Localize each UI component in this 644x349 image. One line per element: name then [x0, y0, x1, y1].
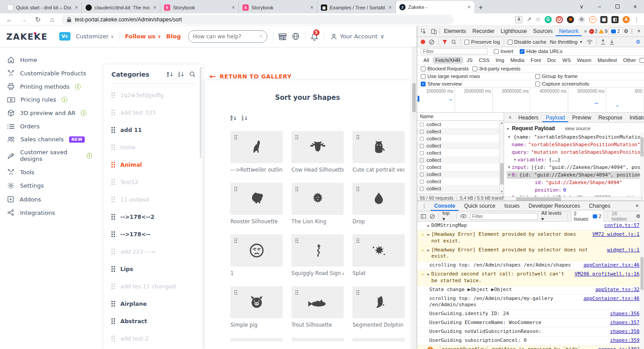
invert-checkbox[interactable]: Invert	[494, 49, 513, 54]
sidebar-item-sales-channels[interactable]: Sales channels NEW	[0, 133, 99, 146]
devtools-tab[interactable]: Recorder	[469, 26, 497, 36]
browser-tab[interactable]: Examples / Tree / Sortable - Colla ×	[317, 2, 396, 13]
request-type-chip[interactable]: Font	[528, 57, 544, 64]
drag-handle-icon[interactable]	[357, 290, 360, 296]
drag-handle-icon[interactable]	[234, 290, 238, 296]
device-toolbar-icon[interactable]	[429, 29, 439, 34]
source-link[interactable]: appContainer.tsx:46	[583, 262, 640, 268]
drag-handle-icon[interactable]	[111, 266, 115, 272]
source-link[interactable]: shapes:359	[610, 337, 640, 343]
console-message[interactable]: ▶ DOMStringMap config.ts:57	[417, 222, 644, 230]
bug-extension-icon[interactable]: ✱	[567, 16, 574, 23]
shape-card[interactable]: Simple pig	[230, 286, 283, 328]
request-type-chip[interactable]: Wasm	[574, 57, 594, 64]
network-request-row[interactable]: collect	[417, 171, 504, 178]
devtools-tab[interactable]: Network	[556, 26, 582, 36]
shape-card[interactable]: 1	[230, 234, 283, 276]
source-link[interactable]: popper.js:1392	[598, 346, 640, 349]
tab-close-icon[interactable]: ×	[309, 4, 314, 11]
record-icon[interactable]	[421, 40, 425, 44]
drag-handle-icon[interactable]	[111, 231, 115, 237]
window-menu-icon[interactable]: ∨	[573, 4, 591, 10]
console-issues-badge[interactable]: 2 Issues:2	[571, 210, 604, 222]
sidebar-item-customizable-products[interactable]: Customizable Products	[0, 66, 99, 80]
categories-scrollbar[interactable]	[200, 67, 201, 158]
shape-card[interactable]: Splat	[353, 234, 405, 276]
drag-handle-icon[interactable]	[111, 249, 115, 255]
console-message[interactable]: scrolling top: /en/Admin/shapes/my-galle…	[417, 295, 644, 310]
source-link[interactable]: config.ts:57	[604, 222, 640, 228]
network-request-row[interactable]: collect	[417, 164, 504, 171]
search-icon[interactable]	[189, 71, 196, 78]
name-column-header[interactable]: Name	[417, 113, 504, 121]
drag-handle-icon[interactable]	[295, 290, 299, 296]
group-by-frame-checkbox[interactable]: Group by frame	[535, 74, 578, 79]
shape-card[interactable]: Cow Head Silhouette	[291, 131, 344, 173]
console-message[interactable]: ▶ [Headway Error] Element provided by se…	[417, 246, 644, 262]
store-icon[interactable]	[279, 33, 287, 40]
log-levels-dropdown[interactable]: All levels ▾	[541, 210, 564, 222]
category-item[interactable]: testw	[111, 139, 196, 156]
inspect-element-icon[interactable]	[419, 29, 428, 34]
drag-handle-icon[interactable]	[234, 135, 238, 141]
info-icon[interactable]: i	[87, 153, 92, 159]
category-item[interactable]: add test 4	[111, 347, 196, 349]
devtools-close-icon[interactable]: ×	[636, 28, 642, 34]
source-link[interactable]: VM206 profitwell.js:16	[574, 271, 640, 277]
show-overview-checkbox[interactable]: Show overview	[421, 81, 462, 86]
shape-card[interactable]: Cute cat portrait vector ...	[353, 131, 405, 173]
issues-badge[interactable]: 2	[608, 28, 623, 35]
drag-handle-icon[interactable]	[295, 238, 299, 244]
browser-tab[interactable]: Storybook ×	[239, 2, 317, 13]
drag-handle-icon[interactable]	[111, 127, 115, 133]
shape-card[interactable]: Rooster Silhouette	[230, 183, 283, 225]
source-link[interactable]: appState.tsx:32	[595, 287, 640, 292]
reload-icon[interactable]: ↻	[33, 16, 43, 24]
share-icon[interactable]: ↗	[526, 16, 531, 23]
info-icon[interactable]: i	[75, 84, 81, 90]
request-type-chip[interactable]: WS	[560, 57, 574, 64]
category-item[interactable]: -->178<--2	[111, 208, 196, 226]
payload-tree-row[interactable]: ▼ variables: {,…}	[507, 156, 640, 164]
detail-tab[interactable]: Initiator	[626, 113, 644, 122]
category-item[interactable]: add test 333	[111, 104, 196, 121]
tab-close-icon[interactable]: ×	[467, 4, 472, 10]
expand-arrow-icon[interactable]: ▶	[435, 348, 437, 349]
drag-handle-icon[interactable]	[111, 179, 115, 185]
browser-tab[interactable]: Storybook ×	[160, 2, 239, 13]
drag-handle-icon[interactable]	[111, 301, 115, 307]
sidebar-item-tools[interactable]: Tools	[0, 165, 99, 179]
profile-avatar[interactable]: A	[623, 16, 630, 23]
sort-numeric-icon[interactable]: 12↓	[178, 71, 185, 78]
drawer-menu-icon[interactable]: ⋮	[420, 203, 429, 209]
export-har-icon[interactable]	[609, 39, 615, 45]
view-source-link[interactable]: view source	[565, 126, 591, 131]
detail-tab[interactable]: Headers	[515, 113, 541, 122]
address-bar[interactable]: test-portal.zakeke.com/en/Admin/shapes/s…	[62, 15, 454, 25]
sidebar-item-printing-methods[interactable]: Printing methods i	[0, 80, 99, 93]
throttling-dropdown[interactable]: No throttling ▼	[550, 39, 583, 45]
expand-arrow-icon[interactable]: ▶	[427, 233, 430, 237]
drag-handle-icon[interactable]	[357, 238, 360, 244]
source-link[interactable]: VM72 widget.js:1	[592, 231, 640, 237]
drag-handle-icon[interactable]	[357, 187, 360, 193]
capture-screenshots-checkbox[interactable]: Capture screenshots	[535, 81, 589, 86]
console-message[interactable]: ▶ [Headway Error] Element provided by se…	[417, 230, 644, 246]
help-search-input[interactable]	[193, 33, 260, 40]
drag-handle-icon[interactable]	[234, 187, 238, 193]
request-type-chip[interactable]: Media	[508, 57, 527, 64]
new-tab-button[interactable]: +	[474, 4, 488, 13]
drag-handle-icon[interactable]	[111, 283, 115, 289]
page-scrollbar[interactable]	[412, 26, 416, 349]
clear-console-icon[interactable]	[430, 214, 435, 219]
import-har-icon[interactable]	[600, 39, 606, 45]
info-icon[interactable]: i	[81, 110, 86, 116]
drag-handle-icon[interactable]	[111, 110, 115, 115]
more-tabs-icon[interactable]: »	[582, 28, 588, 34]
category-item[interactable]: Airplane	[111, 295, 196, 312]
drag-handle-icon[interactable]	[111, 214, 115, 220]
account-dropdown[interactable]: Your Account∨	[330, 33, 385, 40]
payload-tree-row[interactable]: query: "mutation sortableShapesShapesPos…	[507, 148, 640, 156]
drawer-tab[interactable]: Changes	[585, 201, 614, 211]
grammarly-icon[interactable]: G	[545, 16, 552, 23]
